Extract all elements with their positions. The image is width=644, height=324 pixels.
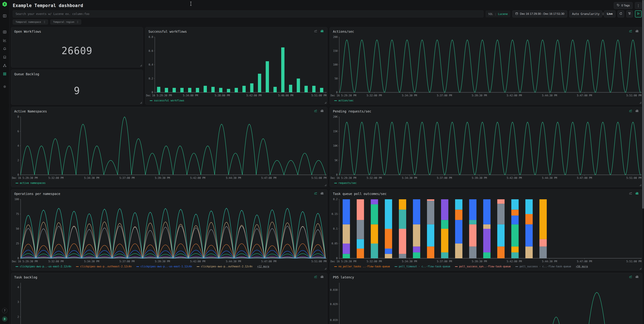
run-query-button[interactable] [635, 10, 642, 17]
chart-type-toggles [629, 275, 639, 280]
chart-area[interactable]: 43210Dec 16 5:29:30 PM5:32:00 PM5:34:30 … [11, 280, 327, 324]
svg-text:5:39:30 PM: 5:39:30 PM [155, 177, 170, 180]
svg-text:50: 50 [334, 77, 338, 80]
bar-chart-toggle[interactable] [635, 192, 639, 196]
svg-text:5:32:00 PM: 5:32:00 PM [366, 94, 382, 97]
legend-item[interactable]: no_poller_tasks ..-flow-task-queue [334, 265, 390, 268]
panel-title: Actions/sec [330, 27, 642, 34]
bar-chart-toggle[interactable] [320, 29, 324, 34]
panel-resize-handle[interactable] [640, 184, 641, 186]
legend-item[interactable]: clickpipes-aws-p..outheast-2.12c4n [76, 265, 132, 268]
svg-text:5:34:30 PM: 5:34:30 PM [84, 177, 99, 180]
chart-area[interactable]: 0.0380.0290.0190.010Dec 16 5:29:30 PM5:3… [330, 280, 642, 324]
svg-text:5:47:00 PM: 5:47:00 PM [577, 94, 592, 97]
svg-text:Dec 16 5:29:30 PM: Dec 16 5:29:30 PM [12, 177, 38, 180]
panel-resize-handle[interactable] [140, 65, 142, 66]
line-chart-toggle[interactable] [629, 275, 633, 280]
legend-item[interactable]: clickpipes-aws-p..outheast-2.12c4n [197, 265, 252, 268]
line-chart-toggle[interactable] [314, 29, 318, 34]
panel-resize-handle[interactable] [325, 102, 326, 103]
panel-resize-handle[interactable] [325, 268, 326, 269]
page-scrollbar[interactable] [642, 0, 644, 324]
legend-item[interactable]: successful workflows [150, 99, 184, 102]
chart-area[interactable]: 00.050.10.150.2Dec 16 5:29:30 PM5:32:00 … [330, 197, 642, 264]
granularity-select[interactable]: Auto Granularity [569, 10, 602, 17]
chart-svg: 0255075100Dec 16 5:29:30 PM5:32:00 PM5:3… [11, 197, 327, 264]
help-button[interactable]: ? [2, 308, 8, 313]
bar-chart-toggle[interactable] [320, 109, 324, 113]
line-chart-toggle[interactable] [629, 29, 633, 34]
chart-area[interactable]: 05K10K15K20KDec 16 5:29:30 PM5:32:00 PM5… [330, 114, 642, 181]
chart-area[interactable]: 00.20.40.60.8Dec 16 5:29:30 PM5:34:00 PM… [146, 34, 327, 98]
boards-icon[interactable] [2, 29, 7, 34]
services-graph-icon[interactable] [2, 63, 7, 68]
svg-text:5:37:00 PM: 5:37:00 PM [120, 260, 134, 263]
filter-button[interactable] [626, 10, 633, 17]
dashboards-icon[interactable] [2, 71, 7, 76]
chart-area[interactable]: 050100150200Dec 16 5:29:30 PM5:32:00 PM5… [330, 34, 642, 98]
panel-resize-handle[interactable] [325, 184, 326, 186]
svg-text:5:51:00 PM: 5:51:00 PM [312, 177, 326, 180]
legend-item[interactable]: clickpipes-aws-p..-us-east-2.12c4n [16, 265, 71, 268]
legend-more-link[interactable]: +12 more [257, 265, 269, 268]
panel-resize-handle[interactable] [140, 102, 142, 103]
panel-title: Successful workflows [146, 27, 327, 34]
bar-chart-toggle[interactable] [320, 192, 324, 196]
legend-more-link[interactable]: +56 more [576, 265, 588, 268]
chart-area[interactable]: 02468Dec 16 5:29:30 PM5:32:00 PM5:34:30 … [11, 114, 327, 181]
line-chart-toggle[interactable] [314, 192, 318, 196]
legend-item[interactable]: poll_success_syn..-flow-task-queue [455, 265, 511, 268]
stat-value: 9 [11, 77, 143, 104]
svg-text:0.2: 0.2 [148, 77, 153, 80]
legend-item[interactable]: active namespaces [16, 182, 46, 185]
svg-text:0.05: 0.05 [332, 242, 338, 245]
live-button[interactable]: Live [604, 10, 616, 17]
scrollbar-thumb[interactable] [642, 0, 644, 209]
svg-text:5:42:00 PM: 5:42:00 PM [507, 260, 522, 263]
panel-resize-handle[interactable] [640, 102, 641, 103]
search-input[interactable] [13, 10, 484, 17]
chart-legend: clickpipes-aws-p..-us-east-2.12c4nclickp… [11, 264, 327, 270]
bar-chart-toggle[interactable] [635, 109, 639, 113]
svg-text:8: 8 [18, 115, 19, 118]
line-chart-toggle[interactable] [314, 109, 318, 113]
legend-item[interactable]: clickpipes-aws-p..-us-east-1.12c4n [136, 265, 192, 268]
legend-item[interactable]: poll_success · c..-flow-task-queue [515, 265, 571, 268]
svg-text:20K: 20K [333, 115, 338, 118]
panel-successful-workflows: Successful workflows 00.20.40.60.8Dec 16… [145, 27, 327, 105]
alerts-bell-icon[interactable] [2, 46, 7, 51]
chart-legend: successful workflows [146, 98, 327, 104]
hosts-icon[interactable] [2, 55, 7, 60]
region-filter-select[interactable]: Temporal region [50, 19, 81, 24]
namespace-filter-select[interactable]: Temporal namespace [13, 19, 48, 24]
panel-title: Queue Backlog [11, 70, 143, 77]
svg-text:5:44:30 PM: 5:44:30 PM [226, 177, 241, 180]
panel-resize-handle[interactable] [640, 268, 641, 269]
svg-text:5:46:00 PM: 5:46:00 PM [278, 94, 293, 97]
refresh-button[interactable] [618, 10, 624, 17]
query-mode-toggle[interactable]: SQL | Lucene [486, 10, 510, 17]
tags-button[interactable]: 0 Tags [614, 2, 632, 9]
svg-text:Dec 16 5:29:30 PM: Dec 16 5:29:30 PM [12, 260, 38, 263]
app-logo-icon[interactable] [2, 1, 8, 8]
bar-chart-toggle[interactable] [635, 275, 639, 280]
line-chart-toggle[interactable] [314, 275, 318, 280]
legend-item[interactable]: action/sec [334, 99, 354, 102]
user-avatar[interactable]: D [2, 316, 8, 322]
chart-area[interactable]: 0255075100Dec 16 5:29:30 PM5:32:00 PM5:3… [11, 197, 327, 264]
line-chart-toggle[interactable] [629, 192, 633, 196]
line-chart-toggle[interactable] [629, 109, 633, 113]
chart-type-toggles [314, 275, 324, 280]
settings-gear-icon[interactable] [2, 84, 7, 89]
panel-actions-per-sec: Actions/sec 050100150200Dec 16 5:29:30 P… [330, 27, 642, 105]
bar-chart-toggle[interactable] [320, 275, 324, 280]
kebab-menu-button[interactable]: ⋮ [635, 2, 642, 9]
panel-pending-requests: Pending requests/sec 05K10K15K20KDec 16 … [330, 107, 642, 187]
legend-item[interactable]: requests/sec [334, 182, 356, 185]
bar-chart-toggle[interactable] [635, 29, 639, 34]
legend-item[interactable]: poll_timeout · c..-flow-task-queue [394, 265, 450, 268]
time-range-button[interactable]: Dec 16 17:29:30 - Dec 16 17:51:30 [512, 10, 567, 17]
metrics-icon[interactable] [2, 38, 7, 43]
svg-text:5:32:00 PM: 5:32:00 PM [48, 177, 64, 180]
collapse-panel-icon[interactable] [2, 13, 7, 18]
